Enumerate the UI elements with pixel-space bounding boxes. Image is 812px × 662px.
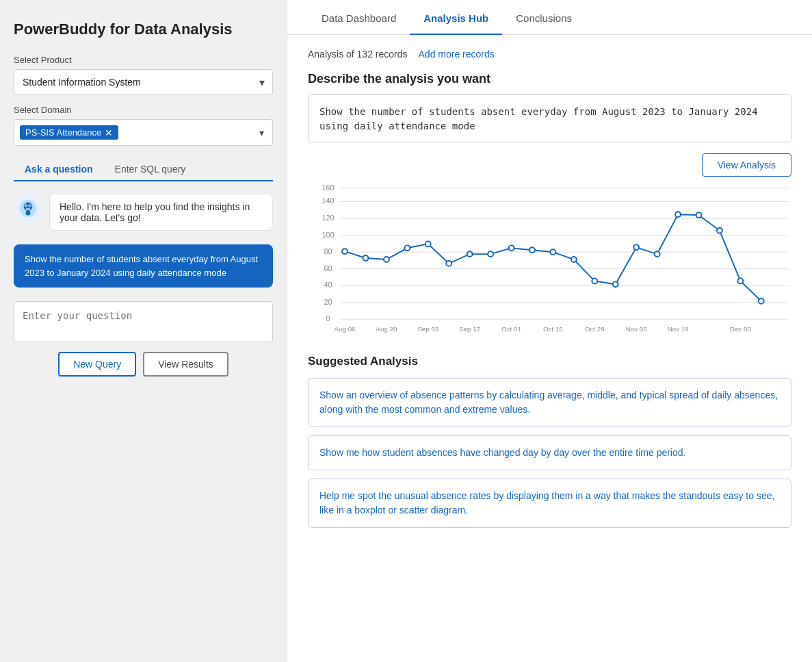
svg-text:160: 160 bbox=[322, 185, 334, 192]
domain-section: Select Domain PS-SIS Attendance ✕ ▾ bbox=[14, 105, 273, 146]
chart-point bbox=[613, 281, 618, 287]
svg-point-6 bbox=[26, 208, 31, 211]
chat-area: Hello. I'm here to help you find the ins… bbox=[14, 194, 273, 231]
domain-select-arrow-icon: ▾ bbox=[259, 127, 264, 138]
chart-container: 0 20 40 60 80 100 120 140 160 bbox=[308, 185, 791, 335]
view-analysis-button[interactable]: View Analysis bbox=[702, 153, 791, 177]
chart-point bbox=[759, 298, 764, 304]
chart-point bbox=[737, 278, 743, 283]
svg-text:Nov 05: Nov 05 bbox=[626, 325, 648, 333]
right-panel: Data Dashboard Analysis Hub Conclusions … bbox=[287, 0, 812, 662]
product-label: Select Product bbox=[14, 55, 273, 65]
chart-point bbox=[592, 278, 597, 283]
describe-label: Describe the analysis you want bbox=[308, 72, 791, 86]
query-tabs: Ask a question Enter SQL query bbox=[14, 158, 273, 181]
suggested-analysis-label: Suggested Analysis bbox=[308, 355, 791, 368]
chart-point bbox=[633, 244, 639, 250]
bot-icon bbox=[18, 199, 38, 218]
domain-select-wrapper[interactable]: PS-SIS Attendance ✕ ▾ bbox=[14, 119, 273, 146]
svg-text:120: 120 bbox=[322, 214, 334, 222]
bot-message-bubble: Hello. I'm here to help you find the ins… bbox=[49, 194, 273, 231]
svg-text:100: 100 bbox=[322, 231, 334, 239]
svg-text:0: 0 bbox=[326, 314, 330, 322]
svg-point-4 bbox=[26, 205, 27, 207]
suggestion-card-1[interactable]: Show an overview of absence patterns by … bbox=[308, 378, 791, 427]
chart-point bbox=[655, 251, 660, 257]
chart-point bbox=[488, 251, 493, 257]
view-results-button[interactable]: View Results bbox=[143, 352, 228, 377]
chart-point bbox=[467, 251, 473, 257]
svg-text:Oct 01: Oct 01 bbox=[501, 325, 521, 333]
question-input[interactable] bbox=[14, 301, 273, 342]
chart-point bbox=[404, 245, 410, 251]
domain-label: Select Domain bbox=[14, 105, 273, 115]
chart-point bbox=[675, 212, 681, 217]
new-query-button[interactable]: New Query bbox=[58, 352, 136, 377]
domain-tag-text: PS-SIS Attendance bbox=[25, 127, 101, 138]
product-section: Select Product Student Information Syste… bbox=[14, 55, 273, 95]
view-analysis-row: View Analysis bbox=[308, 153, 791, 177]
svg-text:Aug 06: Aug 06 bbox=[334, 325, 356, 333]
analysis-textarea[interactable]: Show the number of students absent every… bbox=[308, 94, 791, 142]
tab-enter-sql[interactable]: Enter SQL query bbox=[104, 158, 197, 180]
svg-text:Dec 03: Dec 03 bbox=[730, 325, 752, 333]
add-records-link[interactable]: Add more records bbox=[419, 49, 495, 60]
app-title: PowerBuddy for Data Analysis bbox=[14, 21, 273, 38]
svg-point-5 bbox=[29, 205, 31, 207]
domain-tag-remove-icon[interactable]: ✕ bbox=[105, 128, 113, 138]
domain-tag: PS-SIS Attendance ✕ bbox=[20, 125, 118, 140]
product-select-wrapper: Student Information System ▾ bbox=[14, 69, 273, 95]
bot-message-text: Hello. I'm here to help you find the ins… bbox=[60, 201, 250, 223]
query-text: Show the number of students absent every… bbox=[25, 254, 258, 278]
chart-point bbox=[696, 212, 702, 218]
tab-conclusions[interactable]: Conclusions bbox=[502, 0, 586, 35]
chart-point bbox=[384, 257, 389, 262]
svg-text:80: 80 bbox=[324, 247, 332, 255]
svg-text:20: 20 bbox=[324, 298, 332, 306]
suggestion-card-2[interactable]: Show me how student absences have change… bbox=[308, 435, 791, 470]
tab-analysis-hub[interactable]: Analysis Hub bbox=[410, 0, 502, 35]
top-tabs: Data Dashboard Analysis Hub Conclusions bbox=[287, 0, 812, 35]
records-row: Analysis of 132 records Add more records bbox=[308, 49, 791, 60]
suggestion-card-3[interactable]: Help me spot the unusual absence rates b… bbox=[308, 479, 791, 528]
chart-point bbox=[342, 249, 348, 254]
svg-text:40: 40 bbox=[324, 281, 332, 289]
chart-point bbox=[717, 228, 722, 233]
suggestion-text-2: Show me how student absences have change… bbox=[319, 447, 685, 458]
chart-point bbox=[571, 257, 577, 262]
svg-text:Sep 03: Sep 03 bbox=[417, 325, 439, 333]
right-content: Analysis of 132 records Add more records… bbox=[287, 35, 812, 662]
chart-point bbox=[509, 245, 514, 251]
svg-text:Nov 19: Nov 19 bbox=[668, 325, 689, 333]
records-text: Analysis of 132 records bbox=[308, 49, 408, 60]
chart-point bbox=[363, 255, 369, 261]
suggestion-text-1: Show an overview of absence patterns by … bbox=[319, 390, 778, 415]
svg-text:Sep 17: Sep 17 bbox=[459, 325, 480, 333]
tab-data-dashboard[interactable]: Data Dashboard bbox=[308, 0, 410, 35]
svg-point-7 bbox=[26, 211, 31, 216]
suggestion-text-3: Help me spot the unusual absence rates b… bbox=[319, 490, 774, 515]
chart-point bbox=[425, 241, 431, 246]
left-panel: PowerBuddy for Data Analysis Select Prod… bbox=[0, 0, 287, 662]
query-bubble: Show the number of students absent every… bbox=[14, 244, 273, 288]
svg-text:Oct 29: Oct 29 bbox=[585, 325, 605, 333]
svg-text:Oct 15: Oct 15 bbox=[543, 325, 563, 333]
chart-point bbox=[446, 261, 451, 266]
chart-line bbox=[345, 214, 761, 301]
bot-avatar bbox=[14, 194, 42, 222]
chart-point bbox=[529, 247, 535, 253]
product-select[interactable]: Student Information System bbox=[14, 69, 273, 95]
action-buttons: New Query View Results bbox=[14, 352, 273, 377]
svg-text:60: 60 bbox=[324, 264, 332, 272]
svg-text:Aug 20: Aug 20 bbox=[376, 325, 397, 333]
svg-text:140: 140 bbox=[322, 196, 334, 205]
absence-chart: 0 20 40 60 80 100 120 140 160 bbox=[308, 185, 791, 333]
chart-point bbox=[550, 249, 555, 255]
tab-ask-question[interactable]: Ask a question bbox=[14, 158, 104, 181]
